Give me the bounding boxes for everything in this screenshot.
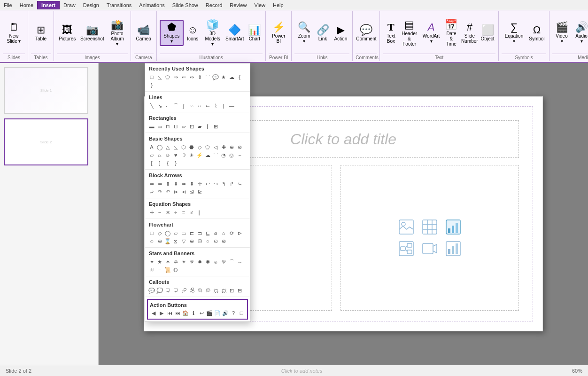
fc-data[interactable]: ▱ <box>172 229 179 237</box>
ba-striped[interactable]: ⊵ <box>196 188 203 196</box>
star-32[interactable]: ❊ <box>220 258 227 266</box>
shape-rtriangle[interactable]: ◺ <box>156 73 163 81</box>
shape-cloud[interactable]: ☁ <box>228 73 235 81</box>
ab-beginning[interactable]: ⏮ <box>166 309 173 317</box>
star-12[interactable]: ✹ <box>196 258 203 266</box>
eq-notequal[interactable]: ≠ <box>188 209 195 216</box>
star-4[interactable]: ✦ <box>148 258 155 266</box>
video-button[interactable]: 🎬 Video ▾ <box>552 21 571 45</box>
bs-pie[interactable]: ◔ <box>220 151 227 159</box>
line-freeform[interactable]: ∫ <box>180 102 187 110</box>
notes-hint[interactable]: Click to add notes <box>31 368 572 374</box>
icons-button[interactable]: ☺ Icons <box>185 24 201 43</box>
fc-internal[interactable]: ⊏ <box>188 229 195 237</box>
ba-pentagon[interactable]: ⊳ <box>172 188 179 196</box>
slide-thumb-1[interactable]: 1 Slide 1 <box>4 67 94 114</box>
content-table-icon[interactable] <box>421 218 439 236</box>
rect-rounded2[interactable]: ⌈ <box>204 123 211 130</box>
shape-lbrace[interactable]: { <box>236 73 243 81</box>
object-button[interactable]: ⬜ Object <box>480 24 495 43</box>
callout-thought[interactable]: 🗯 <box>220 287 227 294</box>
shape-arrow-r[interactable]: ⇒ <box>172 73 179 81</box>
bs-cross[interactable]: ✚ <box>220 143 227 151</box>
bs-circle2[interactable]: ⊗ <box>236 143 243 151</box>
bs-sun[interactable]: ☀ <box>188 151 195 159</box>
callout-cloud[interactable]: 🗨 <box>164 287 171 294</box>
bs-oval[interactable]: ◯ <box>156 143 163 151</box>
bs-smiley[interactable]: ☺ <box>164 151 171 159</box>
eq-equal[interactable]: = <box>180 209 187 216</box>
line-connector[interactable]: ⌇ <box>212 102 219 110</box>
rect-frame[interactable]: ⊡ <box>188 123 195 130</box>
rect-fill[interactable]: ▰ <box>196 123 203 130</box>
fc-stored[interactable]: ⌽ <box>148 237 155 245</box>
ba-notch[interactable]: ⊴ <box>188 188 195 196</box>
rect-diag[interactable]: ▱ <box>180 123 187 130</box>
fc-multidoc[interactable]: ⊑ <box>204 229 211 237</box>
menu-home[interactable]: Home <box>16 1 37 9</box>
menu-file[interactable]: File <box>0 1 16 9</box>
ab-help[interactable]: ? <box>230 309 237 317</box>
fc-decision[interactable]: ◇ <box>156 229 163 237</box>
pictures-button[interactable]: 🖼 Pictures <box>57 24 77 43</box>
menu-draw[interactable]: Draw <box>60 1 79 9</box>
callout-l4[interactable]: 🗭 <box>204 287 211 294</box>
callout-accent[interactable]: ⊟ <box>236 287 243 294</box>
eq-parallel[interactable]: ∥ <box>196 209 203 216</box>
rect-snip[interactable]: ⊓ <box>164 123 171 130</box>
fc-loop[interactable]: ⟳ <box>228 229 235 237</box>
fc-merge[interactable]: ▽ <box>180 237 187 245</box>
rect-small[interactable]: ⊞ <box>212 123 219 130</box>
menu-help[interactable]: Help <box>269 1 287 9</box>
ba-lr[interactable]: ⬌ <box>180 180 187 188</box>
ba-bent-l[interactable]: ↶ <box>164 188 171 196</box>
new-slide-button[interactable]: 🗒 NewSlide ▾ <box>2 21 26 45</box>
menu-view[interactable]: View <box>250 1 269 9</box>
line-h[interactable]: — <box>228 102 235 110</box>
star-8[interactable]: ✴ <box>180 258 187 266</box>
bs-lbracket[interactable]: [ <box>148 159 155 167</box>
bs-arc[interactable]: ⌒ <box>212 151 219 159</box>
shape-callout[interactable]: 💬 <box>212 73 219 81</box>
chart-button[interactable]: 📊 Chart <box>246 24 263 43</box>
ba-left[interactable]: ⬅ <box>156 180 163 188</box>
bs-cloud[interactable]: ☁ <box>204 151 211 159</box>
content-chart-icon[interactable] <box>444 218 462 236</box>
menu-transitions[interactable]: Transitions <box>103 1 135 9</box>
eq-divide[interactable]: ÷ <box>172 209 179 216</box>
cameo-button[interactable]: 📹 Cameo <box>133 24 154 43</box>
zoom-button[interactable]: 🔍 Zoom ▾ <box>294 21 313 45</box>
banner-v[interactable]: ≡ <box>156 266 163 274</box>
ba-uturn[interactable]: ↰ <box>220 180 227 188</box>
scroll-h[interactable]: 📜 <box>164 266 171 274</box>
ab-end[interactable]: ⏭ <box>174 309 181 317</box>
content-picture-icon[interactable] <box>397 218 415 236</box>
content-video-icon[interactable] <box>421 240 439 258</box>
powerbi-button[interactable]: ⚡ PowerBI <box>268 21 289 45</box>
bs-heart[interactable]: ♥ <box>172 151 179 159</box>
bs-rtriangle2[interactable]: ◁ <box>212 143 219 151</box>
textbox-button[interactable]: T TextBox <box>383 21 399 45</box>
ba-s-left[interactable]: ⤾ <box>148 188 155 196</box>
ab-sound[interactable]: 🔊 <box>222 309 229 317</box>
shape-star[interactable]: ★ <box>220 73 227 81</box>
symbol-button[interactable]: Ω Symbol <box>527 24 546 43</box>
star-6[interactable]: ✶ <box>164 258 171 266</box>
fc-direct[interactable]: ⊚ <box>156 237 163 245</box>
menu-review[interactable]: Review <box>226 1 250 9</box>
line-dbl-arrow[interactable]: ↔ <box>196 102 203 110</box>
ab-doc[interactable]: 📄 <box>214 309 221 317</box>
ab-movie[interactable]: 🎬 <box>206 309 213 317</box>
ba-chevron[interactable]: ⊲ <box>180 188 187 196</box>
bs-donut[interactable]: ◎ <box>228 151 235 159</box>
shape-curve[interactable]: ⌒ <box>204 73 211 81</box>
callout-l1[interactable]: 🗪 <box>180 287 187 294</box>
3d-models-button[interactable]: 🧊 3DModels ▾ <box>202 18 224 48</box>
photo-album-button[interactable]: 📸 PhotoAlbum ▾ <box>107 18 127 48</box>
screenshot-button[interactable]: 📷 Screenshot <box>78 24 106 43</box>
ba-ud[interactable]: ⬍ <box>188 180 195 188</box>
star-10[interactable]: ✵ <box>188 258 195 266</box>
line-arrow[interactable]: ↘ <box>156 102 163 110</box>
shape-arrow-lr[interactable]: ⇔ <box>188 73 195 81</box>
scroll-v[interactable]: ⌬ <box>172 266 179 274</box>
